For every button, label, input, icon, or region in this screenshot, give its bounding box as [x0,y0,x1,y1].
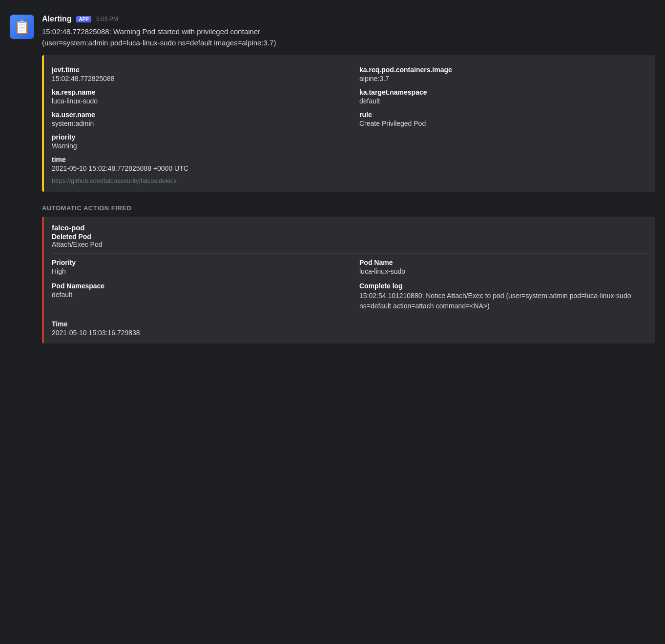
card-divider [52,253,647,254]
field-value-complete-log: 15:02:54.101210880: Notice Attach/Exec t… [359,291,647,311]
timestamp: 5:03 PM [96,16,118,22]
field-group-action-time: Time 2021-05-10 15:03:16.729838 [52,320,647,337]
field-value-pod-name: luca-linux-sudo [359,267,647,275]
action-subtitle-bold: Deleted Pod [52,233,647,241]
field-label-jevt-time: jevt.time [52,66,340,74]
alert-text-line1: 15:02:48.772825088: Warning Pod started … [42,27,260,36]
field-value-image: alpine:3.7 [359,75,647,82]
field-label-complete-log: Complete log [359,282,647,290]
field-value-resp-name: luca-linux-sudo [52,97,340,105]
field-label-resp-name: ka.resp.name [52,88,340,96]
field-label-priority: priority [52,133,647,141]
field-group-target-ns: ka.target.namespace default [359,88,647,105]
main-container: 📋 Alerting APP 5:03 PM 15:02:48.77282508… [0,0,665,361]
field-value-time: 2021-05-10 15:02:48.772825088 +0000 UTC [52,164,647,172]
field-value-jevt-time: 15:02:48.772825088 [52,75,340,82]
field-label-action-priority: Priority [52,259,340,266]
field-group-time: time 2021-05-10 15:02:48.772825088 +0000… [52,156,647,172]
field-group-priority: priority Warning [52,133,647,150]
field-label-action-time: Time [52,320,647,328]
action-section: AUTOMATIC ACTION FIRED falco-pod Deleted… [0,197,665,351]
fields-grid: jevt.time 15:02:48.772825088 ka.req.pod.… [52,66,647,172]
field-label-pod-name: Pod Name [359,259,647,266]
app-name: Alerting [42,15,71,23]
alert-text: 15:02:48.772825088: Warning Pod started … [42,26,655,48]
field-group-user-name: ka.user.name system:admin [52,111,340,127]
field-group-resp-name: ka.resp.name luca-linux-sudo [52,88,340,105]
field-value-user-name: system:admin [52,120,340,127]
field-value-priority: Warning [52,142,647,150]
field-value-action-time: 2021-05-10 15:03:16.729838 [52,329,647,337]
field-value-rule: Create Privileged Pod [359,120,647,127]
action-card-title: falco-pod [52,223,647,232]
field-value-action-priority: High [52,267,340,275]
alert-text-line2: (user=system:admin pod=luca-linux-sudo n… [42,39,276,47]
message-content: Alerting APP 5:03 PM 15:02:48.772825088:… [42,15,655,192]
app-icon: 📋 [10,15,34,39]
field-group-complete-log: Complete log 15:02:54.101210880: Notice … [359,282,647,311]
field-label-pod-namespace: Pod Namespace [52,282,340,290]
field-value-target-ns: default [359,97,647,105]
field-value-pod-namespace: default [52,291,340,299]
field-label-target-ns: ka.target.namespace [359,88,647,96]
message-block: 📋 Alerting APP 5:03 PM 15:02:48.77282508… [0,10,665,197]
field-group-pod-namespace: Pod Namespace default [52,282,340,299]
message-header: Alerting APP 5:03 PM [42,15,655,23]
field-label-time: time [52,156,647,163]
falcosidekick-link[interactable]: https://github.com/falcosecurity/falcosi… [52,177,177,184]
app-badge: APP [76,16,91,22]
alert-card: jevt.time 15:02:48.772825088 ka.req.pod.… [42,55,655,192]
field-label-image: ka.req.pod.containers.image [359,66,647,74]
field-label-rule: rule [359,111,647,119]
action-header: AUTOMATIC ACTION FIRED [42,204,655,212]
field-label-user-name: ka.user.name [52,111,340,119]
field-group-action-priority: Priority High [52,259,340,275]
field-group-jevt-time: jevt.time 15:02:48.772825088 [52,66,340,82]
action-fields-grid: Priority High Pod Namespace default Pod … [52,259,647,311]
field-group-image: ka.req.pod.containers.image alpine:3.7 [359,66,647,82]
field-group-rule: rule Create Privileged Pod [359,111,647,127]
action-card: falco-pod Deleted Pod Attach/Exec Pod Pr… [42,217,655,343]
field-group-pod-name: Pod Name luca-linux-sudo [359,259,647,275]
action-subtitle: Attach/Exec Pod [52,241,647,248]
